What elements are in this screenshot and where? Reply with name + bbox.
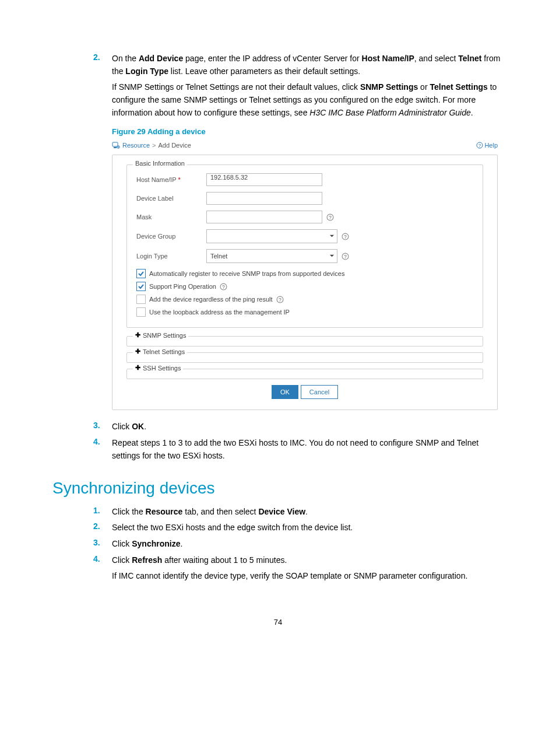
login-type-label: Login Type — [136, 253, 206, 260]
checkbox-icon — [136, 282, 146, 291]
svg-rect-0 — [112, 142, 118, 146]
mask-input[interactable] — [206, 211, 322, 223]
help-link[interactable]: ? Help — [476, 142, 498, 149]
plus-icon: ✚ — [135, 348, 140, 355]
figure-caption: Figure 29 Adding a device — [112, 127, 504, 136]
step-text: Click Synchronize. — [112, 538, 504, 551]
breadcrumb: Resource > Add Device — [112, 142, 191, 149]
ok-button[interactable]: OK — [272, 385, 298, 399]
form-panel: Basic Information Host Name/IP* 192.168.… — [112, 155, 498, 410]
svg-text:?: ? — [223, 284, 226, 290]
step-text: Click the Resource tab, and then select … — [112, 506, 504, 519]
snmp-paragraph: If SNMP Settings or Telnet Settings are … — [112, 81, 504, 119]
checkbox-label: Automatically register to receive SNMP t… — [149, 270, 344, 277]
step-text: Click OK. — [112, 421, 504, 433]
help-icon[interactable]: ? — [341, 252, 349, 260]
help-icon[interactable]: ? — [276, 295, 284, 303]
snmp-settings-section[interactable]: ✚SNMP Settings — [126, 336, 483, 346]
svg-text:?: ? — [478, 143, 481, 148]
svg-text:?: ? — [329, 215, 332, 220]
checkbox-support-ping[interactable]: Support Ping Operation ? — [136, 282, 473, 291]
plus-icon: ✚ — [135, 331, 140, 339]
sync-step-4: 4. Click Refresh after waiting about 1 t… — [93, 554, 504, 567]
chevron-down-icon — [329, 233, 335, 240]
checkbox-label: Use the loopback address as the manageme… — [149, 309, 290, 316]
checkbox-icon — [136, 307, 146, 317]
hostname-input[interactable]: 192.168.5.32 — [206, 173, 322, 186]
device-label-input[interactable] — [206, 192, 322, 205]
soap-paragraph: If IMC cannot identify the device type, … — [112, 570, 504, 583]
device-icon — [112, 142, 120, 149]
basic-information-fieldset: Basic Information Host Name/IP* 192.168.… — [126, 164, 483, 328]
chevron-down-icon — [329, 253, 335, 260]
mask-label: Mask — [136, 214, 206, 220]
step-number: 4. — [93, 554, 112, 567]
breadcrumb-root[interactable]: Resource — [122, 142, 150, 149]
step-number: 2. — [93, 52, 112, 78]
step-number: 3. — [93, 421, 112, 433]
help-icon: ? — [476, 142, 483, 149]
breadcrumb-separator: > — [152, 142, 156, 149]
hostname-label: Host Name/IP* — [136, 176, 206, 183]
step-number: 2. — [93, 522, 112, 534]
checkbox-label: Support Ping Operation — [149, 283, 216, 290]
svg-text:?: ? — [344, 234, 347, 240]
ssh-settings-section[interactable]: ✚SSH Settings — [126, 369, 483, 379]
basic-info-legend: Basic Information — [133, 160, 187, 167]
steps-synchronizing: 1. Click the Resource tab, and then sele… — [93, 506, 504, 567]
step-text: Click Refresh after waiting about 1 to 5… — [112, 554, 504, 567]
telnet-settings-section[interactable]: ✚Telnet Settings — [126, 352, 483, 363]
step-2: 2. On the Add Device page, enter the IP … — [93, 52, 504, 78]
sync-step-1: 1. Click the Resource tab, and then sele… — [93, 506, 504, 519]
device-group-label: Device Group — [136, 233, 206, 240]
step-number: 1. — [93, 506, 112, 519]
login-type-select[interactable]: Telnet — [206, 249, 337, 263]
step-text: On the Add Device page, enter the IP add… — [112, 52, 504, 78]
page-number: 74 — [52, 618, 504, 626]
step-3: 3. Click OK. — [93, 421, 504, 433]
device-group-select[interactable] — [206, 229, 337, 243]
help-icon[interactable]: ? — [341, 232, 349, 240]
step-text: Select the two ESXi hosts and the edge s… — [112, 522, 504, 534]
help-icon[interactable]: ? — [220, 282, 228, 290]
step-text: Repeat steps 1 to 3 to add the two ESXi … — [112, 437, 504, 462]
help-icon[interactable]: ? — [326, 213, 334, 221]
breadcrumb-current: Add Device — [159, 142, 191, 149]
checkbox-label: Add the device regardless of the ping re… — [149, 296, 273, 303]
sync-step-2: 2. Select the two ESXi hosts and the edg… — [93, 522, 504, 534]
checkbox-loopback[interactable]: Use the loopback address as the manageme… — [136, 307, 473, 317]
sync-step-3: 3. Click Synchronize. — [93, 538, 504, 551]
checkbox-icon — [136, 295, 146, 304]
svg-rect-1 — [114, 147, 117, 148]
checkbox-group: Automatically register to receive SNMP t… — [136, 269, 473, 317]
step-4: 4. Repeat steps 1 to 3 to add the two ES… — [93, 437, 504, 462]
step-number: 4. — [93, 437, 112, 462]
svg-text:?: ? — [279, 297, 281, 303]
svg-text:?: ? — [344, 254, 347, 260]
add-device-screenshot: Resource > Add Device ? Help Basic Infor… — [112, 141, 498, 410]
checkbox-add-regardless[interactable]: Add the device regardless of the ping re… — [136, 295, 473, 304]
steps-before-figure: 2. On the Add Device page, enter the IP … — [93, 52, 504, 78]
cancel-button[interactable]: Cancel — [301, 385, 338, 399]
steps-after-figure: 3. Click OK. 4. Repeat steps 1 to 3 to a… — [93, 421, 504, 462]
plus-icon: ✚ — [135, 364, 140, 372]
section-heading-synchronizing: Synchronizing devices — [52, 479, 504, 498]
checkbox-icon — [136, 269, 146, 278]
step-number: 3. — [93, 538, 112, 551]
checkbox-auto-register[interactable]: Automatically register to receive SNMP t… — [136, 269, 473, 278]
help-label: Help — [484, 142, 498, 149]
device-label-label: Device Label — [136, 195, 206, 202]
